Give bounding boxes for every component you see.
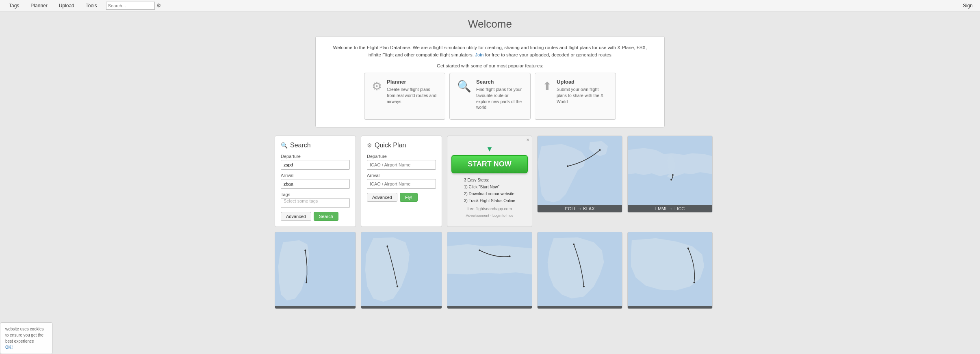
tags-label: Tags: [281, 192, 350, 197]
map-label-lmml-licc: LMML → LICC: [628, 205, 712, 212]
quick-plan-title: ⚙ Quick Plan: [367, 142, 436, 149]
navbar: Tags Planner Upload Tools ⚙ Sign: [0, 0, 980, 11]
search-feature-icon: 🔍: [457, 80, 471, 93]
first-row-grid: 🔍 Search Departure Arrival Tags Select s…: [275, 136, 705, 227]
svg-point-20: [687, 247, 689, 249]
quick-plan-panel: ⚙ Quick Plan Departure Arrival Advanced …: [361, 136, 442, 227]
feature-search-title: Search: [476, 79, 523, 85]
map-label-3: [275, 306, 356, 309]
svg-point-2: [567, 165, 568, 167]
search-advanced-button[interactable]: Advanced: [281, 212, 311, 221]
map-svg-egll-klax: [538, 136, 622, 212]
cookie-ok-link[interactable]: OK!: [5, 345, 13, 350]
feature-upload-desc: Submit your own flight plans to share wi…: [557, 86, 608, 104]
svg-point-17: [573, 244, 575, 245]
search-btn-row: Advanced Search: [281, 212, 350, 221]
arrival-input[interactable]: [281, 179, 350, 189]
departure-input[interactable]: [281, 160, 350, 170]
sign-button[interactable]: Sign: [959, 3, 977, 9]
svg-point-15: [509, 255, 511, 257]
search-panel: 🔍 Search Departure Arrival Tags Select s…: [275, 136, 356, 227]
tags-select[interactable]: Select some tags: [281, 198, 350, 208]
search-panel-title: 🔍 Search: [281, 142, 350, 149]
feature-card-upload: ⬆ Upload Submit your own flight plans to…: [535, 73, 616, 120]
qp-fly-button[interactable]: Fly!: [400, 193, 418, 202]
page-title: Welcome: [8, 18, 972, 30]
map-panel-egll-klax[interactable]: EGLL → KLAX: [537, 136, 622, 213]
qp-btn-row: Advanced Fly!: [367, 193, 436, 202]
search-panel-icon: 🔍: [281, 142, 288, 149]
map-label-5: [447, 306, 532, 309]
svg-point-9: [306, 282, 307, 283]
map-panel-3[interactable]: [275, 232, 356, 309]
navbar-right: Sign: [959, 3, 977, 9]
arrival-label: Arrival: [281, 173, 350, 178]
ad-steps: 3 Easy Steps: 1) Click "Start Now" 2) Do…: [464, 177, 515, 204]
map-label-7: [628, 306, 712, 309]
svg-point-6: [672, 174, 674, 176]
join-link[interactable]: Join: [475, 52, 483, 57]
qp-advanced-button[interactable]: Advanced: [367, 193, 397, 202]
welcome-description: Welcome to the Flight Plan Database. We …: [328, 44, 652, 59]
map-label-egll-klax: EGLL → KLAX: [538, 205, 622, 212]
feature-card-planner: ⚙ Planner Create new flight plans from r…: [364, 73, 445, 120]
cookie-text: website uses cookies to ensure you get t…: [5, 327, 44, 343]
map-svg-lmml-licc: [628, 136, 712, 212]
svg-point-12: [397, 286, 398, 287]
feature-cards: ⚙ Planner Create new flight plans from r…: [328, 73, 652, 120]
nav-tools[interactable]: Tools: [80, 0, 103, 11]
navbar-search-area: ⚙: [106, 2, 161, 10]
feature-card-search: 🔍 Search Find flight plans for your favo…: [449, 73, 531, 120]
svg-point-8: [304, 249, 306, 251]
svg-point-18: [583, 286, 585, 287]
welcome-box: Welcome to the Flight Plan Database. We …: [315, 36, 665, 127]
qp-departure-label: Departure: [367, 154, 436, 159]
cookie-notice: website uses cookies to ensure you get t…: [0, 322, 53, 354]
map-panel-5[interactable]: [447, 232, 532, 309]
ad-start-button[interactable]: START NOW: [451, 155, 528, 173]
feature-upload-title: Upload: [557, 79, 608, 85]
qp-arrival-group: Arrival: [367, 173, 436, 189]
second-row-grid: [275, 232, 705, 309]
tags-group: Tags Select some tags: [281, 192, 350, 208]
qp-departure-group: Departure: [367, 154, 436, 170]
planner-icon: ⚙: [372, 80, 382, 93]
quick-plan-icon: ⚙: [367, 142, 372, 149]
navbar-search-input[interactable]: [106, 2, 155, 10]
feature-planner-title: Planner: [387, 79, 438, 85]
arrival-group: Arrival: [281, 173, 350, 189]
nav-planner[interactable]: Planner: [25, 0, 53, 11]
map-panel-7[interactable]: [627, 232, 713, 309]
feature-planner-desc: Create new flight plans from real world …: [387, 86, 438, 104]
ad-arrow-icon: ▼: [486, 145, 493, 153]
map-panel-4[interactable]: [361, 232, 442, 309]
gear-icon[interactable]: ⚙: [156, 2, 161, 9]
map-label-4: [361, 306, 442, 309]
svg-point-11: [386, 246, 388, 247]
qp-arrival-label: Arrival: [367, 173, 436, 178]
ad-footer: Advertisement - Login to hide: [466, 214, 513, 218]
ad-panel: ✕ ▼ START NOW 3 Easy Steps: 1) Click "St…: [447, 136, 532, 227]
svg-point-14: [479, 249, 480, 251]
map-panel-6[interactable]: [537, 232, 622, 309]
map-panel-lmml-licc[interactable]: LMML → LICC: [627, 136, 713, 213]
qp-arrival-input[interactable]: [367, 179, 436, 189]
qp-departure-input[interactable]: [367, 160, 436, 170]
svg-point-21: [693, 282, 695, 283]
ad-domain: free.flightsearchapp.com: [467, 207, 512, 211]
nav-tags[interactable]: Tags: [3, 0, 25, 11]
ad-close-icon[interactable]: ✕: [526, 138, 529, 142]
departure-label: Departure: [281, 154, 350, 159]
svg-point-1: [599, 149, 601, 151]
main-content: Welcome Welcome to the Flight Plan Datab…: [0, 11, 980, 315]
departure-group: Departure: [281, 154, 350, 170]
popular-title: Get started with some of our most popula…: [328, 62, 652, 69]
map-label-6: [538, 306, 622, 309]
nav-upload[interactable]: Upload: [53, 0, 80, 11]
svg-point-5: [670, 179, 672, 181]
upload-feature-icon: ⬆: [542, 80, 552, 93]
search-button[interactable]: Search: [314, 212, 338, 221]
feature-search-desc: Find flight plans for your favourite rou…: [476, 86, 523, 110]
